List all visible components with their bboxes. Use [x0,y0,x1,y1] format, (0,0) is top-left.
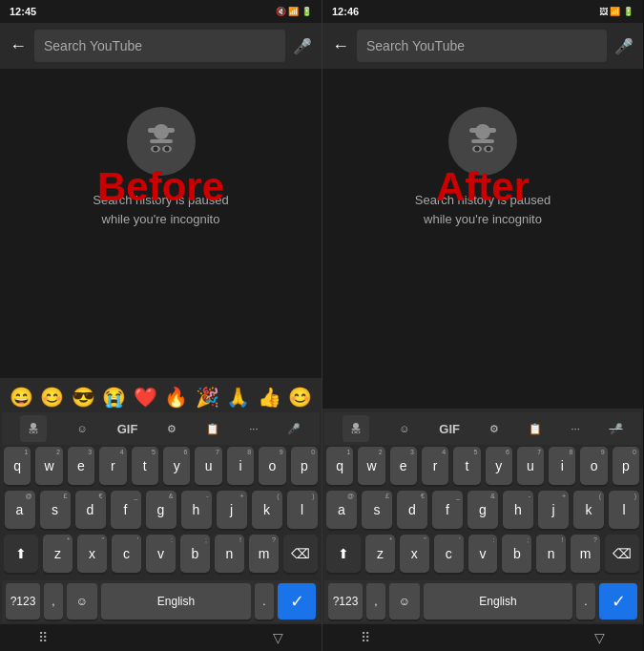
toolbar-mic-after[interactable]: 🎤 [610,423,623,435]
back-arrow-after[interactable]: ← [332,36,349,56]
key-a-after[interactable]: a@ [326,491,357,529]
key-g-after[interactable]: g& [467,491,498,529]
key-y-after[interactable]: y6 [486,447,512,485]
toolbar-translate-after[interactable]: 📋 [529,423,542,435]
nav-home-after[interactable]: ▽ [594,630,605,645]
key-a-before[interactable]: a@ [5,491,35,529]
mic-icon-after[interactable]: 🎤 [614,37,634,55]
toolbar-mic-before[interactable]: 🎤 [287,423,301,435]
key-space-after[interactable]: English [424,583,572,620]
key-z-after[interactable]: z* [365,535,395,573]
search-input-area-after[interactable]: Search YouTube [357,30,607,62]
key-c-after[interactable]: c' [434,535,464,573]
key-s-before[interactable]: s£ [40,491,71,529]
toolbar-translate-before[interactable]: 📋 [206,423,219,435]
toolbar-settings-before[interactable]: ⚙ [167,423,177,435]
key-enter-after[interactable]: ✓ [599,583,637,620]
key-t-before[interactable]: t5 [132,447,158,485]
search-bar-before[interactable]: ← Search YouTube 🎤 [0,23,322,69]
key-backspace-after[interactable]: ⌫ [605,535,639,573]
key-emoji-before[interactable]: ☺ [67,583,97,620]
key-n-before[interactable]: n! [215,535,244,573]
key-num-before[interactable]: ?123 [6,583,40,620]
key-space-before[interactable]: English [101,583,251,620]
emoji-8[interactable]: 🙏 [226,386,250,409]
toolbar-incognito-before[interactable] [20,415,47,442]
key-o-before[interactable]: o9 [259,447,285,485]
key-z-before[interactable]: z* [43,535,73,573]
toolbar-sticker-before[interactable]: ☺ [76,423,87,434]
key-e-before[interactable]: e3 [68,447,94,485]
keyboard-before[interactable]: 😄 😊 😎 😭 ❤️ 🔥 🎉 🙏 👍 😊 ☺ GIF ⚙ 📋 ··· 🎤 [0,378,322,624]
key-f-before[interactable]: f_ [111,491,141,529]
key-i-after[interactable]: i8 [549,447,575,485]
key-w-before[interactable]: w2 [35,447,62,485]
key-n-after[interactable]: n! [536,535,566,573]
key-b-before[interactable]: b; [180,535,210,573]
key-shift-after[interactable]: ⬆ [326,535,361,573]
toolbar-settings-after[interactable]: ⚙ [489,423,499,435]
key-shift-before[interactable]: ⬆ [4,535,38,573]
toolbar-more-after[interactable]: ··· [571,423,580,434]
emoji-2[interactable]: 😊 [40,386,64,409]
key-g-before[interactable]: g& [146,491,177,529]
key-m-before[interactable]: m? [249,535,279,573]
key-y-before[interactable]: y6 [163,447,190,485]
key-k-before[interactable]: k( [252,491,282,529]
key-x-after[interactable]: x" [400,535,429,573]
key-m-after[interactable]: m? [571,535,600,573]
key-c-before[interactable]: c' [112,535,141,573]
emoji-9[interactable]: 👍 [258,386,281,409]
key-u-before[interactable]: u7 [195,447,221,485]
mic-icon-before[interactable]: 🎤 [293,37,312,55]
nav-home-before[interactable]: ▽ [273,630,283,645]
key-f-after[interactable]: f_ [432,491,463,529]
key-j-before[interactable]: j+ [217,491,247,529]
key-d-after[interactable]: d€ [397,491,427,529]
key-o-after[interactable]: o9 [580,447,607,485]
key-w-after[interactable]: w2 [358,447,384,485]
key-l-before[interactable]: l) [287,491,318,529]
key-j-after[interactable]: j+ [538,491,569,529]
key-h-after[interactable]: h- [503,491,533,529]
emoji-3[interactable]: 😎 [72,386,95,409]
emoji-7[interactable]: 🎉 [196,386,219,409]
toolbar-sticker-after[interactable]: ☺ [399,423,409,434]
emoji-6[interactable]: 🔥 [164,386,188,409]
key-num-after[interactable]: ?123 [328,583,363,620]
key-emoji-after[interactable]: ☺ [389,583,420,620]
key-q-before[interactable]: q1 [4,447,31,485]
key-s-after[interactable]: s£ [362,491,392,529]
key-p-after[interactable]: p0 [613,447,639,485]
key-q-after[interactable]: q1 [326,447,353,485]
key-period-before[interactable]: . [255,583,274,620]
key-enter-before[interactable]: ✓ [278,583,316,620]
key-backspace-before[interactable]: ⌫ [283,535,318,573]
key-period-after[interactable]: . [576,583,595,620]
search-input-area-before[interactable]: Search YouTube [34,30,285,62]
key-r-after[interactable]: r4 [422,447,448,485]
key-h-before[interactable]: h- [181,491,212,529]
emoji-4[interactable]: 😭 [102,386,126,409]
key-d-before[interactable]: d€ [75,491,106,529]
key-k-after[interactable]: k( [573,491,604,529]
key-r-before[interactable]: r4 [99,447,126,485]
key-t-after[interactable]: t5 [453,447,480,485]
key-v-after[interactable]: v: [468,535,498,573]
key-comma-after[interactable]: , [366,583,385,620]
toolbar-gif-before[interactable]: GIF [117,422,138,436]
key-u-after[interactable]: u7 [517,447,544,485]
key-b-after[interactable]: b; [502,535,531,573]
keyboard-after[interactable]: ☺ GIF ⚙ 📋 ··· 🎤 q1 w2 e3 r4 t5 y6 u7 i8 … [322,409,643,624]
back-arrow-before[interactable]: ← [10,36,27,56]
emoji-10[interactable]: 😊 [288,386,312,409]
search-bar-after[interactable]: ← Search YouTube 🎤 [322,23,643,69]
key-l-after[interactable]: l) [609,491,639,529]
key-x-before[interactable]: x" [77,535,107,573]
emoji-5[interactable]: ❤️ [134,386,157,409]
nav-menu-before[interactable]: ⠿ [38,630,48,645]
toolbar-more-before[interactable]: ··· [249,423,258,434]
emoji-1[interactable]: 😄 [10,386,33,409]
key-v-before[interactable]: v: [146,535,176,573]
key-comma-before[interactable]: , [44,583,63,620]
